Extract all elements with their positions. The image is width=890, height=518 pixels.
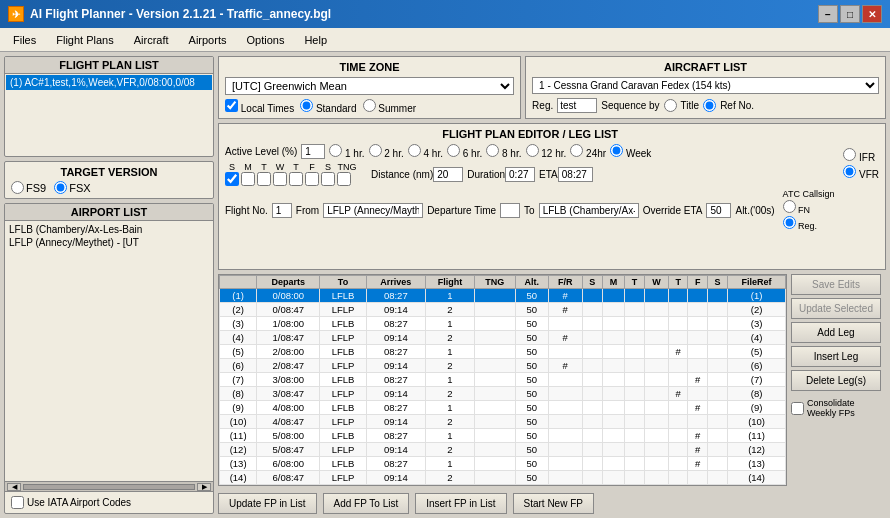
aircraft-select[interactable]: 1 - Cessna Grand Caravan Fedex (154 kts): [532, 77, 879, 94]
8hr-radio-label[interactable]: 8 hr.: [486, 144, 521, 159]
8hr-radio[interactable]: [486, 144, 499, 157]
1hr-radio[interactable]: [329, 144, 342, 157]
summer-radio[interactable]: [363, 99, 376, 112]
day-t2-check[interactable]: [289, 172, 303, 186]
fn-radio-label[interactable]: FN: [783, 200, 835, 215]
table-row[interactable]: (14)6/08:47LFLP09:14250(14): [220, 471, 786, 485]
flight-plan-item[interactable]: (1) AC#1,test,1%,Week,VFR,0/08:00,0/08: [6, 75, 212, 90]
consolidate-checkbox[interactable]: [791, 402, 804, 415]
reg-radio[interactable]: [783, 216, 796, 229]
dep-time-input[interactable]: [500, 203, 520, 218]
summer-radio-label[interactable]: Summer: [363, 99, 417, 114]
12hr-radio[interactable]: [526, 144, 539, 157]
insert-leg-button[interactable]: Insert Leg: [791, 346, 881, 367]
airport-scrollbar[interactable]: ◀ ▶: [5, 481, 213, 491]
table-row[interactable]: (2)0/08:47LFLP09:14250#(2): [220, 303, 786, 317]
reg-radio-label[interactable]: Reg.: [783, 216, 835, 231]
4hr-radio[interactable]: [408, 144, 421, 157]
insert-fp-button[interactable]: Insert FP in List: [415, 493, 506, 514]
week-radio-label[interactable]: Week: [610, 144, 651, 159]
day-w-check[interactable]: [273, 172, 287, 186]
vfr-radio[interactable]: [843, 165, 856, 178]
maximize-button[interactable]: □: [840, 5, 860, 23]
standard-radio-label[interactable]: Standard: [300, 99, 356, 114]
ifr-radio[interactable]: [843, 148, 856, 161]
reg-input[interactable]: [557, 98, 597, 113]
2hr-radio-label[interactable]: 2 hr.: [369, 144, 404, 159]
menu-airports[interactable]: Airports: [180, 31, 236, 49]
day-s2-check[interactable]: [321, 172, 335, 186]
table-row[interactable]: (12)5/08:47LFLP09:14250#(12): [220, 443, 786, 457]
from-input[interactable]: [323, 203, 423, 218]
table-row[interactable]: (6)2/08:47LFLP09:14250#(6): [220, 359, 786, 373]
table-row[interactable]: (13)6/08:00LFLB08:27150#(13): [220, 457, 786, 471]
table-row[interactable]: (1)0/08:00LFLB08:27150#(1): [220, 289, 786, 303]
fs9-radio[interactable]: [11, 181, 24, 194]
table-row[interactable]: (4)1/08:47LFLP09:14250#(4): [220, 331, 786, 345]
update-selected-button[interactable]: Update Selected: [791, 298, 881, 319]
add-leg-button[interactable]: Add Leg: [791, 322, 881, 343]
override-eta-input[interactable]: [706, 203, 731, 218]
24hr-radio-label[interactable]: 24hr: [570, 144, 606, 159]
flight-no-input[interactable]: [272, 203, 292, 218]
title-radio-label[interactable]: Title: [664, 99, 700, 112]
table-row[interactable]: (8)3/08:47LFLP09:14250#(8): [220, 387, 786, 401]
add-fp-button[interactable]: Add FP To List: [323, 493, 410, 514]
eta-input[interactable]: [558, 167, 593, 182]
refno-radio-label[interactable]: Ref No.: [703, 99, 754, 112]
delete-legs-button[interactable]: Delete Leg(s): [791, 370, 881, 391]
time-zone-select[interactable]: [UTC] Greenwich Mean: [225, 77, 514, 95]
iata-checkbox[interactable]: [11, 496, 24, 509]
local-times-checkbox[interactable]: [225, 99, 238, 112]
week-radio[interactable]: [610, 144, 623, 157]
start-new-button[interactable]: Start New FP: [513, 493, 594, 514]
day-f-check[interactable]: [305, 172, 319, 186]
menu-files[interactable]: Files: [4, 31, 45, 49]
airport-item-2[interactable]: LFLP (Annecy/Meythet) - [UT: [7, 236, 211, 249]
distance-input[interactable]: [433, 167, 463, 182]
title-radio[interactable]: [664, 99, 677, 112]
table-row[interactable]: (9)4/08:00LFLB08:27150#(9): [220, 401, 786, 415]
standard-radio[interactable]: [300, 99, 313, 112]
fs9-radio-label[interactable]: FS9: [11, 181, 46, 194]
6hr-radio[interactable]: [447, 144, 460, 157]
airport-item-1[interactable]: LFLB (Chambery/Ax-Les-Bain: [7, 223, 211, 236]
refno-radio[interactable]: [703, 99, 716, 112]
menu-help[interactable]: Help: [295, 31, 336, 49]
fsx-radio-label[interactable]: FSX: [54, 181, 90, 194]
vfr-radio-label[interactable]: VFR: [843, 165, 879, 180]
6hr-radio-label[interactable]: 6 hr.: [447, 144, 482, 159]
active-level-input[interactable]: [301, 144, 325, 159]
save-edits-button[interactable]: Save Edits: [791, 274, 881, 295]
day-t1-check[interactable]: [257, 172, 271, 186]
table-row[interactable]: (3)1/08:00LFLB08:27150(3): [220, 317, 786, 331]
4hr-radio-label[interactable]: 4 hr.: [408, 144, 443, 159]
table-row[interactable]: (5)2/08:00LFLB08:27150#(5): [220, 345, 786, 359]
close-button[interactable]: ✕: [862, 5, 882, 23]
table-row[interactable]: (10)4/08:47LFLP09:14250(10): [220, 415, 786, 429]
24hr-radio[interactable]: [570, 144, 583, 157]
table-row[interactable]: (11)5/08:00LFLB08:27150#(11): [220, 429, 786, 443]
local-times-label[interactable]: Local Times: [225, 99, 294, 114]
menu-flight-plans[interactable]: Flight Plans: [47, 31, 122, 49]
scroll-left-btn[interactable]: ◀: [7, 483, 21, 491]
update-fp-button[interactable]: Update FP in List: [218, 493, 317, 514]
day-s1-check[interactable]: [225, 172, 239, 186]
1hr-radio-label[interactable]: 1 hr.: [329, 144, 364, 159]
menu-options[interactable]: Options: [237, 31, 293, 49]
ifr-radio-label[interactable]: IFR: [843, 148, 879, 163]
fsx-radio[interactable]: [54, 181, 67, 194]
2hr-radio[interactable]: [369, 144, 382, 157]
tng-check[interactable]: [337, 172, 351, 186]
iata-checkbox-label[interactable]: Use IATA Airport Codes: [11, 496, 207, 509]
fn-radio[interactable]: [783, 200, 796, 213]
to-input[interactable]: [539, 203, 639, 218]
minimize-button[interactable]: −: [818, 5, 838, 23]
consolidate-label[interactable]: ConsolidateWeekly FPs: [791, 398, 886, 418]
table-row[interactable]: (7)3/08:00LFLB08:27150#(7): [220, 373, 786, 387]
scroll-right-btn[interactable]: ▶: [197, 483, 211, 491]
day-m-check[interactable]: [241, 172, 255, 186]
duration-input[interactable]: [505, 167, 535, 182]
12hr-radio-label[interactable]: 12 hr.: [526, 144, 567, 159]
menu-aircraft[interactable]: Aircraft: [125, 31, 178, 49]
